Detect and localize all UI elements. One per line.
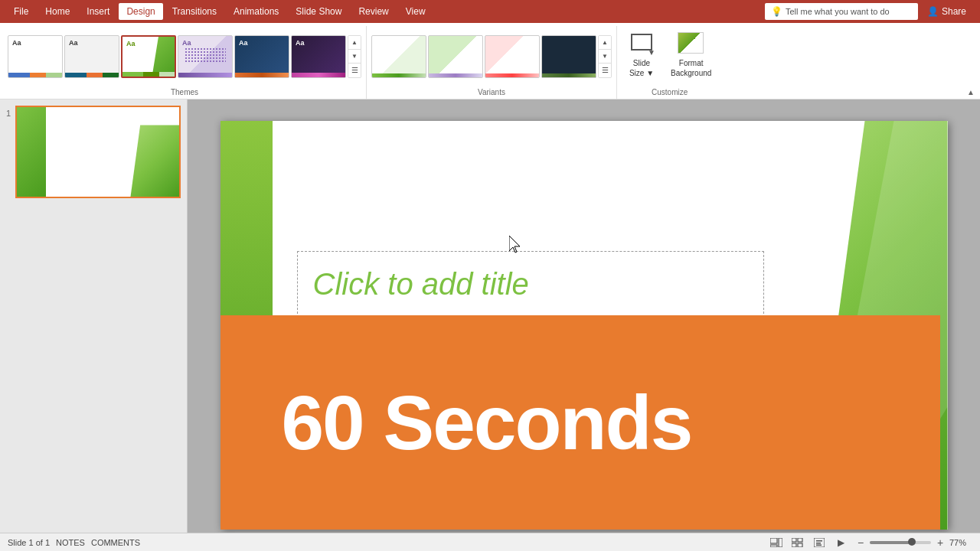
normal-view-button[interactable] — [769, 535, 784, 550]
theme-scroll-buttons[interactable]: ▲ ▼ ☰ — [348, 35, 361, 78]
svg-rect-9 — [816, 543, 821, 544]
collapse-ribbon-button[interactable]: ▲ — [965, 86, 977, 98]
slide-size-icon: ▼ — [628, 32, 655, 57]
menu-home[interactable]: Home — [38, 3, 77, 20]
svg-rect-0 — [770, 538, 777, 543]
reading-view-button[interactable] — [812, 535, 827, 550]
theme-dark-purple[interactable]: Aa — [291, 35, 346, 78]
menu-insert[interactable]: Insert — [79, 3, 117, 20]
theme-green-selected[interactable]: Aa — [121, 35, 176, 78]
variant-2[interactable] — [428, 35, 483, 78]
title-text: Click to add title — [313, 267, 529, 301]
themes-section: Aa Aa Aa Aa — [3, 26, 367, 99]
overlay-countdown-text: 60 Seconds — [220, 379, 692, 467]
svg-rect-6 — [798, 543, 802, 547]
zoom-level: 77% — [949, 538, 972, 547]
thumb-green-left — [17, 107, 46, 197]
slide-size-button[interactable]: ▼ SlideSize ▼ — [623, 29, 660, 81]
themes-label: Themes — [171, 88, 198, 99]
format-background-button[interactable]: FormatBackground — [666, 29, 716, 81]
zoom-out-button[interactable]: − — [854, 536, 867, 549]
slideshow-button[interactable]: ▶ — [833, 535, 848, 550]
customize-section: ▼ SlideSize ▼ FormatBackground Customize — [617, 26, 722, 99]
status-right-controls: ▶ − + 77% — [769, 535, 972, 550]
slide-thumbnail-1[interactable] — [15, 106, 181, 198]
variant-3[interactable] — [485, 35, 540, 78]
menu-design[interactable]: Design — [119, 3, 162, 20]
canvas-area: Click to add title subtitle 60 Seconds — [188, 99, 980, 551]
menu-slideshow[interactable]: Slide Show — [288, 3, 349, 20]
svg-rect-2 — [779, 538, 782, 547]
slide-number: 1 — [6, 106, 11, 118]
theme-office[interactable]: Aa — [8, 35, 63, 78]
menu-file[interactable]: File — [6, 3, 36, 20]
customize-label: Customize — [652, 88, 688, 99]
search-placeholder-text: Tell me what you want to do — [786, 7, 890, 16]
theme-dark-blue[interactable]: Aa — [234, 35, 289, 78]
theme-scroll-down[interactable]: ▼ — [348, 50, 361, 64]
menu-animations[interactable]: Animations — [226, 3, 286, 20]
menu-bar: File Home Insert Design Transitions Anim… — [0, 0, 980, 23]
ribbon: Aa Aa Aa Aa — [0, 23, 980, 99]
format-background-label: FormatBackground — [671, 58, 711, 78]
format-background-icon — [678, 32, 705, 57]
svg-rect-1 — [770, 545, 777, 547]
variant-more[interactable]: ☰ — [599, 64, 611, 77]
thumb-green-right — [130, 125, 179, 197]
zoom-slider[interactable] — [870, 541, 931, 544]
slide-size-label: SlideSize ▼ — [629, 58, 654, 78]
theme-scroll-up[interactable]: ▲ — [348, 36, 361, 50]
notes-button[interactable]: NOTES — [56, 538, 85, 547]
variant-scroll-down[interactable]: ▼ — [599, 50, 611, 64]
menu-view[interactable]: View — [398, 3, 433, 20]
svg-rect-4 — [798, 538, 802, 542]
slide-info: Slide 1 of 1 — [8, 538, 50, 547]
orange-overlay-banner: 60 Seconds — [220, 315, 940, 530]
zoom-controls: − + 77% — [854, 536, 972, 549]
zoom-in-button[interactable]: + — [934, 536, 946, 549]
svg-rect-3 — [792, 538, 796, 542]
title-placeholder[interactable]: Click to add title — [297, 251, 764, 318]
theme-dotted[interactable]: Aa — [178, 35, 233, 78]
comments-button[interactable]: COMMENTS — [91, 538, 140, 547]
slide-panel: 1 — [0, 99, 188, 551]
menu-transitions[interactable]: Transitions — [165, 3, 224, 20]
svg-rect-5 — [792, 543, 796, 547]
main-area: 1 Click to add title — [0, 99, 980, 551]
svg-rect-10 — [816, 544, 822, 546]
svg-rect-8 — [816, 540, 822, 542]
statusbar: Slide 1 of 1 NOTES COMMENTS — [0, 533, 980, 551]
menu-review[interactable]: Review — [351, 3, 396, 20]
search-box[interactable]: 💡 Tell me what you want to do — [765, 3, 918, 20]
slide-canvas[interactable]: Click to add title subtitle 60 Seconds — [220, 121, 948, 530]
share-button[interactable]: 👤 Share — [920, 5, 974, 18]
variant-scroll-buttons[interactable]: ▲ ▼ ☰ — [598, 35, 612, 78]
variants-section: ▲ ▼ ☰ Variants — [367, 26, 617, 99]
slide-thumbnail-container: 1 — [6, 106, 181, 198]
slide-sorter-button[interactable] — [790, 535, 805, 550]
variants-label: Variants — [478, 88, 505, 99]
variant-4[interactable] — [541, 35, 596, 78]
theme-more[interactable]: ☰ — [348, 64, 361, 77]
theme-2[interactable]: Aa — [64, 35, 119, 78]
variant-1[interactable] — [371, 35, 426, 78]
variant-scroll-up[interactable]: ▲ — [599, 36, 611, 50]
